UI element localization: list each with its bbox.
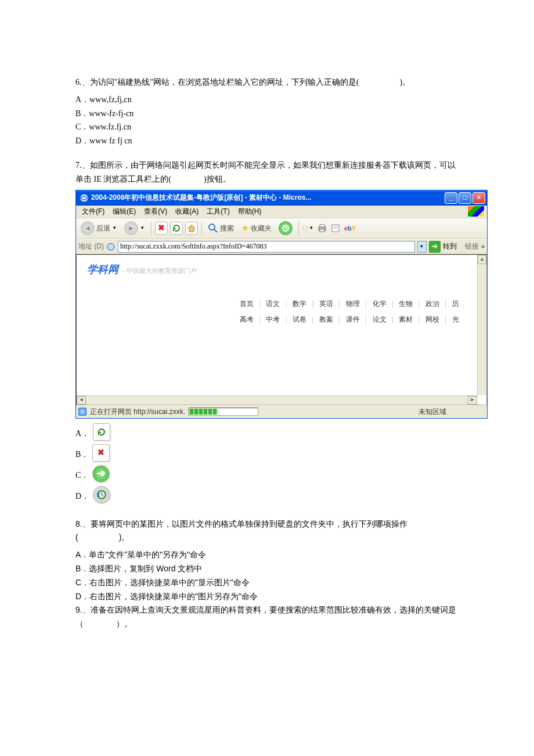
mail-button[interactable]: ▾ bbox=[302, 222, 314, 234]
menu-tools[interactable]: 工具(T) bbox=[203, 204, 233, 218]
vertical-scrollbar[interactable]: ▲ bbox=[477, 255, 486, 395]
menu-favorites[interactable]: 收藏(A) bbox=[172, 204, 202, 218]
q9-stem: 9.、准备在因特网上查询天文景观流星雨的科普资料，要使搜索的结果范围比较准确有效… bbox=[75, 603, 459, 631]
horizontal-scrollbar[interactable]: ◄ ► bbox=[77, 395, 477, 405]
forward-dropdown-icon[interactable]: ▾ bbox=[140, 224, 145, 232]
svg-rect-7 bbox=[320, 229, 324, 232]
q7-opt-c-label: C． bbox=[75, 469, 89, 483]
back-dropdown-icon[interactable]: ▾ bbox=[112, 224, 117, 232]
site-nav-row-1: 首页 | 语文 | 数学 | 英语 | 物理 | 化学 | 生物 | 政治 | … bbox=[87, 294, 481, 309]
menu-help[interactable]: 帮助(H) bbox=[234, 204, 265, 218]
address-input[interactable] bbox=[118, 241, 415, 253]
print-button[interactable] bbox=[316, 222, 328, 234]
site-nav-link[interactable]: 英语 bbox=[317, 300, 335, 308]
edit-button[interactable] bbox=[330, 222, 342, 234]
back-button[interactable]: ◄ 后退 ▾ bbox=[78, 220, 120, 236]
forward-button[interactable]: ► ▾ bbox=[122, 220, 147, 236]
site-nav-row-2: 高考 | 中考 | 试卷 | 教案 | 课件 | 论文 | 素材 | 网校 | … bbox=[87, 310, 481, 325]
ie-app-icon bbox=[80, 193, 89, 203]
favorites-button[interactable]: ★ 收藏夹 bbox=[239, 220, 274, 236]
site-nav-link[interactable]: 试卷 bbox=[291, 315, 308, 323]
site-nav-link[interactable]: 首页 bbox=[238, 300, 255, 308]
stop-icon: ✖ bbox=[92, 444, 110, 462]
site-nav-link[interactable]: 语文 bbox=[264, 300, 282, 308]
address-label: 地址 (D) bbox=[78, 240, 104, 252]
svg-point-11 bbox=[107, 243, 114, 250]
ebay-button[interactable]: ebY bbox=[344, 222, 356, 234]
scroll-left-icon[interactable]: ◄ bbox=[77, 396, 86, 405]
site-slogan: - 中国最大的教育资源门户 bbox=[122, 267, 197, 274]
q6-opt-a: A．www,fz,fj,cn bbox=[75, 93, 459, 107]
q6-stem: 6.、为访问"福建热线"网站，在浏览器地址栏输入它的网址，下列输入正确的是( )… bbox=[75, 75, 459, 89]
ie-window: 2004-2006年初中信息技术试题集-粤教沪版[原创] - 素材中心 - Mi… bbox=[75, 190, 488, 419]
q8-opt-b: B．选择图片，复制到 Word 文档中 bbox=[75, 562, 459, 576]
q6-opt-b: B．www-fz-fj-cn bbox=[75, 107, 459, 121]
windows-flag-icon bbox=[467, 206, 485, 217]
site-nav-link[interactable]: 政治 bbox=[424, 300, 441, 308]
ie-titlebar[interactable]: 2004-2006年初中信息技术试题集-粤教沪版[原创] - 素材中心 - Mi… bbox=[76, 190, 487, 206]
home-button[interactable] bbox=[185, 222, 198, 235]
home-icon bbox=[187, 224, 196, 233]
history-button[interactable] bbox=[276, 220, 295, 236]
site-nav-link[interactable]: 生物 bbox=[397, 300, 414, 308]
site-nav-link[interactable]: 中考 bbox=[264, 315, 282, 323]
site-nav-link[interactable]: 教案 bbox=[317, 315, 335, 323]
maximize-button[interactable]: □ bbox=[459, 192, 471, 204]
q7-opt-a-label: A． bbox=[75, 427, 89, 441]
q8-opt-d: D．右击图片，选择快捷菜单中的"图片另存为"命令 bbox=[75, 590, 459, 604]
ie-statusbar: 正在打开网页 http://sucai.zxxk. 未知区域 bbox=[76, 405, 487, 418]
favorites-label: 收藏夹 bbox=[251, 222, 272, 234]
q7-stem: 7.、如图所示，由于网络问题引起网页长时间不能完全显示，如果我们想重新连接服务器… bbox=[75, 159, 459, 186]
site-nav-link[interactable]: 光 bbox=[450, 315, 461, 323]
site-nav-link[interactable]: 高考 bbox=[238, 315, 255, 323]
svg-point-0 bbox=[80, 194, 88, 202]
toolbar-separator bbox=[298, 221, 299, 235]
svg-point-1 bbox=[209, 224, 215, 230]
refresh-icon bbox=[93, 423, 110, 441]
minimize-button[interactable]: _ bbox=[445, 192, 457, 204]
toolbar-separator bbox=[201, 221, 202, 235]
scroll-up-icon[interactable]: ▲ bbox=[478, 255, 486, 264]
menu-view[interactable]: 查看(V) bbox=[140, 204, 171, 218]
ie-status-icon bbox=[78, 408, 86, 416]
scroll-right-icon[interactable]: ► bbox=[468, 396, 477, 405]
ie-content: 学科网 - 中国最大的教育资源门户 首页 | 语文 | 数学 | 英语 | 物理… bbox=[76, 254, 487, 405]
site-nav-link[interactable]: 论文 bbox=[371, 315, 388, 323]
site-logo[interactable]: 学科网 bbox=[87, 264, 118, 275]
ie-toolbar: ◄ 后退 ▾ ► ▾ ✖ 搜索 ★ 收藏夹 bbox=[76, 218, 487, 239]
search-icon bbox=[208, 223, 218, 233]
site-nav-link[interactable]: 课件 bbox=[344, 315, 362, 323]
stop-icon: ✖ bbox=[158, 221, 165, 235]
mail-dropdown-icon[interactable]: ▾ bbox=[309, 224, 314, 232]
q6-opt-c: C．www.fz.fj.cn bbox=[75, 120, 459, 134]
menu-file[interactable]: 文件(F) bbox=[78, 204, 108, 218]
svg-rect-6 bbox=[320, 225, 324, 227]
site-nav-link[interactable]: 历 bbox=[450, 300, 461, 308]
history-icon bbox=[93, 486, 110, 503]
site-nav-link[interactable]: 化学 bbox=[371, 300, 388, 308]
refresh-button[interactable] bbox=[170, 222, 183, 235]
links-chevron-icon[interactable]: » bbox=[481, 241, 485, 252]
close-button[interactable]: × bbox=[472, 192, 485, 204]
site-nav-link[interactable]: 网校 bbox=[424, 315, 441, 323]
address-dropdown-icon[interactable]: ▾ bbox=[417, 241, 427, 253]
forward-icon: ➔ bbox=[92, 465, 110, 483]
menu-edit[interactable]: 编辑(E) bbox=[109, 204, 139, 218]
site-nav-link[interactable]: 物理 bbox=[344, 300, 362, 308]
site-nav-link[interactable]: 素材 bbox=[397, 315, 414, 323]
site-nav-link[interactable]: 数学 bbox=[291, 300, 308, 308]
page-icon bbox=[106, 242, 116, 251]
star-icon: ★ bbox=[241, 220, 249, 236]
back-label: 后退 bbox=[96, 222, 110, 234]
search-button[interactable]: 搜索 bbox=[205, 220, 236, 236]
go-button[interactable]: ➔ bbox=[429, 241, 441, 253]
svg-rect-4 bbox=[303, 226, 308, 230]
stop-button[interactable]: ✖ bbox=[155, 222, 168, 235]
q8-stem: 8.、要将网页中的某图片，以图片文件的格式单独保持到硬盘的文件夹中，执行下列哪项… bbox=[75, 517, 459, 545]
q8-opt-a: A．单击"文件"菜单中的"另存为"命令 bbox=[75, 548, 459, 562]
progress-bar bbox=[189, 408, 258, 416]
history-icon bbox=[279, 221, 293, 235]
links-label[interactable]: 链接 bbox=[465, 240, 479, 252]
q7-opt-d-label: D． bbox=[75, 489, 89, 503]
q6-opt-d: D．www fz fj cn bbox=[75, 134, 459, 148]
